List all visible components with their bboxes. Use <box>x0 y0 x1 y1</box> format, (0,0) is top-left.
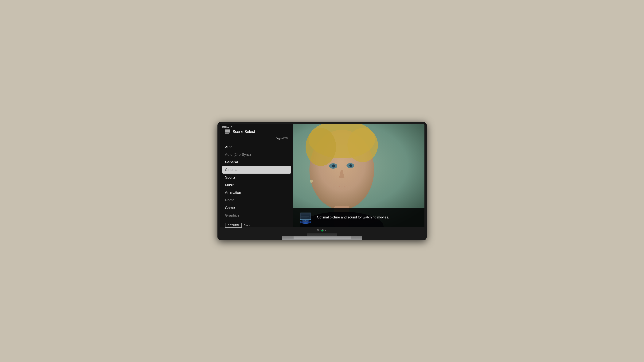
description-bar: Optimal picture and sound for watching m… <box>293 208 424 227</box>
tv-outer: BRAVIA Scene Select Digital TV Auto Auto… <box>218 122 427 240</box>
tv-screen-bezel: BRAVIA Scene Select Digital TV Auto Auto… <box>220 124 424 233</box>
description-text: Optimal picture and sound for watching m… <box>317 215 389 220</box>
cinema-icon-wrapper <box>298 211 313 224</box>
stand-neck <box>307 233 337 236</box>
left-panel: Scene Select Digital TV Auto Auto (24p S… <box>220 124 293 227</box>
panel-title: Scene Select <box>233 129 255 134</box>
menu-item-animation[interactable]: Animation <box>220 189 293 196</box>
menu-item-auto-24p[interactable]: Auto (24p Sync) <box>220 151 293 158</box>
right-panel: Optimal picture and sound for watching m… <box>293 124 424 227</box>
menu-item-general[interactable]: General <box>220 158 293 166</box>
cinema-icon <box>298 211 313 224</box>
svg-point-8 <box>349 164 352 167</box>
tv-stand <box>220 233 424 240</box>
svg-point-4 <box>348 128 378 162</box>
back-label: Back <box>244 224 250 227</box>
menu-item-sports[interactable]: Sports <box>220 174 293 181</box>
return-button[interactable]: RETURN <box>225 223 242 228</box>
menu-item-cinema[interactable]: Cinema <box>222 166 291 174</box>
scene-select-icon <box>225 129 230 134</box>
digital-tv-label: Digital TV <box>220 136 293 143</box>
menu-item-photo[interactable]: Photo <box>220 196 293 204</box>
menu-item-music[interactable]: Music <box>220 181 293 189</box>
bravia-label: BRAVIA <box>222 126 232 128</box>
panel-header: Scene Select <box>220 129 293 136</box>
menu-item-graphics[interactable]: Graphics <box>220 212 293 219</box>
menu-item-auto[interactable]: Auto <box>220 143 293 151</box>
menu-list: Auto Auto (24p Sync) General Cinema Spor… <box>220 143 293 219</box>
stand-base <box>282 236 362 240</box>
power-indicator <box>321 230 323 232</box>
svg-point-11 <box>310 180 313 183</box>
menu-item-game[interactable]: Game <box>220 204 293 212</box>
svg-point-23 <box>301 221 310 223</box>
return-row: RETURN Back <box>220 219 293 230</box>
screen-content: Scene Select Digital TV Auto Auto (24p S… <box>220 124 424 227</box>
svg-point-3 <box>306 128 336 166</box>
svg-point-7 <box>332 164 335 167</box>
